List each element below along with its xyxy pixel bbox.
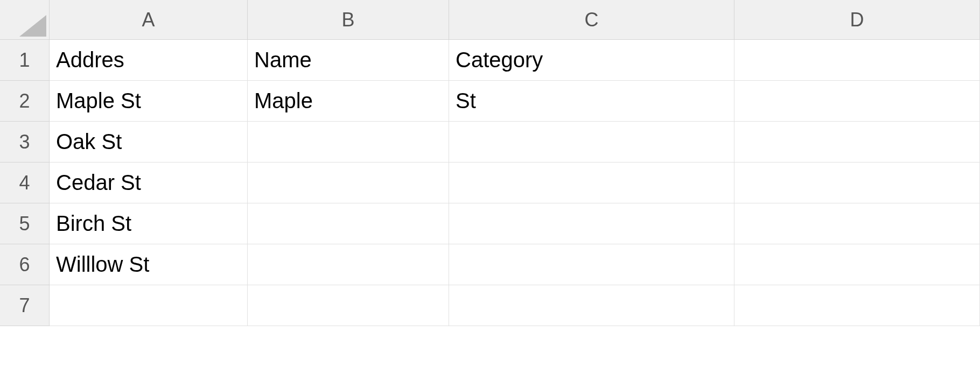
row-header-6[interactable]: 6 bbox=[0, 244, 50, 285]
row-header-3[interactable]: 3 bbox=[0, 122, 50, 163]
cell-b6[interactable] bbox=[248, 244, 449, 285]
cell-b4[interactable] bbox=[248, 163, 449, 203]
cell-d6[interactable] bbox=[734, 244, 980, 285]
row-header-7[interactable]: 7 bbox=[0, 285, 50, 326]
cell-a1[interactable]: Addres bbox=[50, 40, 248, 81]
row-header-5[interactable]: 5 bbox=[0, 203, 50, 244]
cell-b1[interactable]: Name bbox=[248, 40, 449, 81]
column-header-d[interactable]: D bbox=[734, 0, 980, 40]
cell-d2[interactable] bbox=[734, 81, 980, 122]
cell-a4[interactable]: Cedar St bbox=[50, 163, 248, 203]
spreadsheet-grid: A B C D 1 Addres Name Category 2 Maple S… bbox=[0, 0, 980, 367]
cell-d4[interactable] bbox=[734, 163, 980, 203]
cell-d7[interactable] bbox=[734, 285, 980, 326]
cell-a2[interactable]: Maple St bbox=[50, 81, 248, 122]
cell-d1[interactable] bbox=[734, 40, 980, 81]
cell-c2[interactable]: St bbox=[449, 81, 734, 122]
cell-d3[interactable] bbox=[734, 122, 980, 163]
cell-c3[interactable] bbox=[449, 122, 734, 163]
cell-c5[interactable] bbox=[449, 203, 734, 244]
cell-c7[interactable] bbox=[449, 285, 734, 326]
column-header-a[interactable]: A bbox=[50, 0, 248, 40]
cell-d5[interactable] bbox=[734, 203, 980, 244]
cell-a3[interactable]: Oak St bbox=[50, 122, 248, 163]
cell-b7[interactable] bbox=[248, 285, 449, 326]
cell-b3[interactable] bbox=[248, 122, 449, 163]
row-header-1[interactable]: 1 bbox=[0, 40, 50, 81]
row-header-2[interactable]: 2 bbox=[0, 81, 50, 122]
column-header-b[interactable]: B bbox=[248, 0, 449, 40]
cell-a5[interactable]: Birch St bbox=[50, 203, 248, 244]
cell-b5[interactable] bbox=[248, 203, 449, 244]
cell-c6[interactable] bbox=[449, 244, 734, 285]
cell-c1[interactable]: Category bbox=[449, 40, 734, 81]
cell-c4[interactable] bbox=[449, 163, 734, 203]
cell-a6[interactable]: Willlow St bbox=[50, 244, 248, 285]
cell-a7[interactable] bbox=[50, 285, 248, 326]
cell-b2[interactable]: Maple bbox=[248, 81, 449, 122]
select-all-corner[interactable] bbox=[0, 0, 50, 40]
row-header-4[interactable]: 4 bbox=[0, 163, 50, 203]
column-header-c[interactable]: C bbox=[449, 0, 734, 40]
